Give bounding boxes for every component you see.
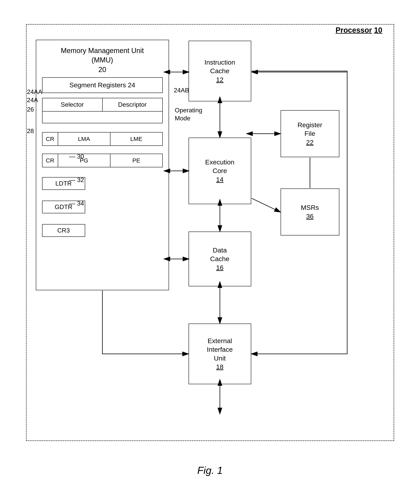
cr3-box: CR3: [42, 224, 85, 237]
label-24a: 24A: [27, 96, 38, 104]
cr3-num: 34: [77, 200, 84, 207]
ic-number: 12: [216, 75, 224, 84]
mmu-title-text: Memory Management Unit: [36, 46, 169, 56]
instruction-cache-box: Instruction Cache 12: [189, 41, 251, 101]
ldtr-num: 30: [77, 153, 84, 160]
segment-registers-number: 24: [128, 81, 135, 89]
execution-core-box: Execution Core 14: [189, 138, 251, 204]
label-24ab: 24AB: [174, 87, 189, 94]
rf-line1: Register: [298, 120, 322, 129]
dc-line2: Cache: [210, 254, 229, 263]
cr-pg-pe-row: CR PG PE: [42, 154, 163, 167]
selector-cell: Selector: [43, 98, 103, 111]
gdtr-num: 32: [77, 176, 84, 183]
empty-row: [42, 112, 163, 123]
eiu-line3: Unit: [214, 354, 225, 362]
selector-descriptor-row: Selector Descriptor: [42, 98, 163, 112]
cr-cell-2: CR: [43, 154, 58, 167]
pg-cell: PG: [58, 154, 110, 167]
pe-cell: PE: [110, 154, 162, 167]
ec-line1: Execution: [205, 158, 234, 166]
ec-line2: Core: [213, 166, 227, 175]
operating-mode-label: Operating Mode: [175, 106, 202, 123]
cr3-label: CR3: [57, 227, 70, 234]
processor-label-text: Processor: [336, 26, 372, 34]
descriptor-cell: Descriptor: [103, 98, 162, 111]
label-28: 28: [27, 127, 34, 135]
dc-number: 16: [216, 263, 224, 272]
gdtr-number-label: — 32: [69, 176, 84, 184]
msrs-box: MSRs 36: [280, 188, 339, 235]
fig-label: Fig. 1: [197, 464, 223, 476]
eiu-line2: Interface: [207, 345, 233, 354]
cr-cell-1: CR: [43, 132, 58, 145]
eiu-box: External Interface Unit 18: [189, 324, 251, 384]
mmu-title: Memory Management Unit (MMU) 20: [36, 46, 169, 75]
ldtr-number-label: — 30: [69, 153, 84, 160]
rf-line2: File: [304, 129, 315, 138]
ic-line1: Instruction: [204, 58, 235, 66]
page: Processor 10 Memory Management Unit (MMU…: [14, 12, 406, 492]
mmu-acronym: (MMU): [36, 55, 169, 65]
label-24aa: 24AA: [27, 88, 42, 96]
register-file-box: Register File 22: [280, 110, 339, 157]
lma-cell: LMA: [58, 132, 110, 145]
msrs-label: MSRs: [301, 203, 319, 212]
mmu-box: Memory Management Unit (MMU) 20 Segment …: [36, 40, 169, 290]
segment-registers-box: Segment Registers 24: [42, 77, 163, 93]
lme-cell: LME: [110, 132, 162, 145]
cr3-number-label: — 34: [69, 200, 84, 207]
processor-label: Processor 10: [336, 26, 382, 35]
cr-lma-lme-row: CR LMA LME: [42, 132, 163, 146]
msrs-number: 36: [306, 212, 314, 221]
segment-registers-label: Segment Registers: [69, 81, 126, 89]
processor-number: 10: [374, 26, 382, 34]
eiu-line1: External: [207, 336, 232, 345]
dc-line1: Data: [213, 246, 227, 254]
eiu-number: 18: [216, 362, 224, 371]
rf-number: 22: [306, 138, 314, 146]
data-cache-box: Data Cache 16: [189, 232, 251, 286]
ic-line2: Cache: [210, 66, 229, 75]
ec-number: 14: [216, 175, 224, 184]
label-26: 26: [27, 106, 34, 113]
mmu-number: 20: [98, 66, 106, 74]
